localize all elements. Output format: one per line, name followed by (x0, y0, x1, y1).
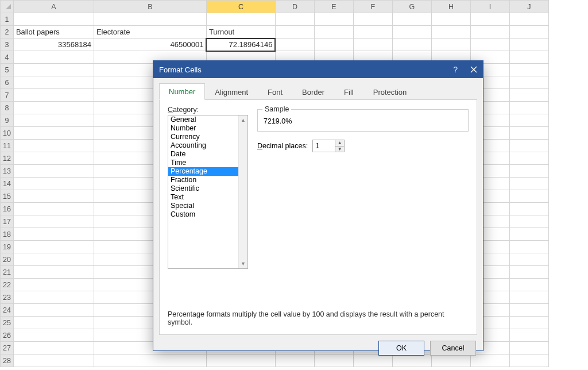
cell-A26[interactable] (13, 329, 94, 342)
cell-J9[interactable] (509, 114, 548, 127)
cell-J24[interactable] (509, 304, 548, 317)
tab-protection[interactable]: Protection (363, 84, 417, 100)
row-header-21[interactable]: 21 (1, 266, 14, 279)
row-header-14[interactable]: 14 (1, 178, 14, 190)
row-header-4[interactable]: 4 (1, 51, 14, 64)
cell-J16[interactable] (509, 203, 548, 215)
cell-J4[interactable] (509, 51, 548, 64)
cell-F3[interactable] (353, 38, 392, 51)
cell-G2[interactable] (392, 26, 431, 38)
cell-A2[interactable]: Ballot papers (13, 26, 94, 38)
cell-J13[interactable] (509, 165, 548, 178)
row-header-5[interactable]: 5 (1, 64, 14, 76)
cell-J19[interactable] (509, 241, 548, 253)
cell-A10[interactable] (13, 127, 94, 140)
cell-D3[interactable] (275, 38, 314, 51)
cell-A8[interactable] (13, 102, 94, 114)
category-item-currency[interactable]: Currency (168, 133, 247, 141)
row-header-3[interactable]: 3 (1, 38, 14, 51)
column-header-J[interactable]: J (509, 1, 548, 13)
cell-A20[interactable] (13, 253, 94, 266)
scroll-up-icon[interactable]: ▲ (239, 115, 247, 125)
cell-A15[interactable] (13, 190, 94, 203)
cell-J28[interactable] (509, 354, 548, 367)
cell-H2[interactable] (431, 26, 470, 38)
row-header-20[interactable]: 20 (1, 253, 14, 266)
cell-J23[interactable] (509, 291, 548, 304)
cell-A12[interactable] (13, 152, 94, 165)
cell-J22[interactable] (509, 279, 548, 291)
cell-A18[interactable] (13, 228, 94, 241)
cell-A4[interactable] (13, 51, 94, 64)
cell-J25[interactable] (509, 317, 548, 329)
cell-A7[interactable] (13, 89, 94, 102)
cell-A5[interactable] (13, 64, 94, 76)
row-header-11[interactable]: 11 (1, 140, 14, 152)
cell-I1[interactable] (470, 13, 509, 26)
row-header-25[interactable]: 25 (1, 317, 14, 329)
cell-J7[interactable] (509, 89, 548, 102)
scrollbar[interactable]: ▲ ▼ (238, 115, 247, 268)
cell-G1[interactable] (392, 13, 431, 26)
row-header-8[interactable]: 8 (1, 102, 14, 114)
tab-font[interactable]: Font (258, 84, 292, 100)
row-header-9[interactable]: 9 (1, 114, 14, 127)
category-item-special[interactable]: Special (168, 202, 247, 210)
column-header-G[interactable]: G (392, 1, 431, 13)
row-header-16[interactable]: 16 (1, 203, 14, 215)
row-header-7[interactable]: 7 (1, 89, 14, 102)
cell-J8[interactable] (509, 102, 548, 114)
column-header-H[interactable]: H (431, 1, 470, 13)
cell-E2[interactable] (314, 26, 353, 38)
cell-H3[interactable] (431, 38, 470, 51)
cell-C2[interactable]: Turnout (206, 26, 275, 38)
row-header-13[interactable]: 13 (1, 165, 14, 178)
cell-J15[interactable] (509, 190, 548, 203)
cell-A13[interactable] (13, 165, 94, 178)
row-header-19[interactable]: 19 (1, 241, 14, 253)
row-header-27[interactable]: 27 (1, 342, 14, 354)
cell-J1[interactable] (509, 13, 548, 26)
cell-J3[interactable] (509, 38, 548, 51)
decimal-places-spinner[interactable]: ▲ ▼ (312, 140, 345, 152)
help-icon[interactable]: ? (453, 65, 458, 74)
cell-A19[interactable] (13, 241, 94, 253)
cell-A28[interactable] (13, 354, 94, 367)
scroll-down-icon[interactable]: ▼ (239, 259, 247, 268)
cell-F1[interactable] (353, 13, 392, 26)
cell-A27[interactable] (13, 342, 94, 354)
tab-number[interactable]: Number (159, 83, 205, 100)
cell-A14[interactable] (13, 178, 94, 190)
cell-A3[interactable]: 33568184 (13, 38, 94, 51)
cell-C1[interactable] (206, 13, 275, 26)
category-item-scientific[interactable]: Scientific (168, 184, 247, 193)
category-item-number[interactable]: Number (168, 124, 247, 133)
cancel-button[interactable]: Cancel (430, 341, 476, 356)
row-header-15[interactable]: 15 (1, 190, 14, 203)
row-header-17[interactable]: 17 (1, 215, 14, 228)
category-item-fraction[interactable]: Fraction (168, 176, 247, 184)
cell-A22[interactable] (13, 279, 94, 291)
row-header-26[interactable]: 26 (1, 329, 14, 342)
category-item-percentage[interactable]: Percentage (168, 167, 247, 176)
cell-E3[interactable] (314, 38, 353, 51)
cell-D2[interactable] (275, 26, 314, 38)
cell-A6[interactable] (13, 76, 94, 89)
cell-J18[interactable] (509, 228, 548, 241)
cell-H1[interactable] (431, 13, 470, 26)
spinner-down-icon[interactable]: ▼ (335, 147, 344, 152)
column-header-I[interactable]: I (470, 1, 509, 13)
row-header-2[interactable]: 2 (1, 26, 14, 38)
cell-A23[interactable] (13, 291, 94, 304)
column-header-E[interactable]: E (314, 1, 353, 13)
cell-A25[interactable] (13, 317, 94, 329)
cell-J21[interactable] (509, 266, 548, 279)
cell-E1[interactable] (314, 13, 353, 26)
row-header-6[interactable]: 6 (1, 76, 14, 89)
cell-A1[interactable] (13, 13, 94, 26)
close-icon[interactable] (470, 66, 477, 73)
row-header-10[interactable]: 10 (1, 127, 14, 140)
column-header-B[interactable]: B (94, 1, 206, 13)
cell-B1[interactable] (94, 13, 206, 26)
category-list[interactable]: GeneralNumberCurrencyAccountingDateTimeP… (168, 115, 248, 269)
